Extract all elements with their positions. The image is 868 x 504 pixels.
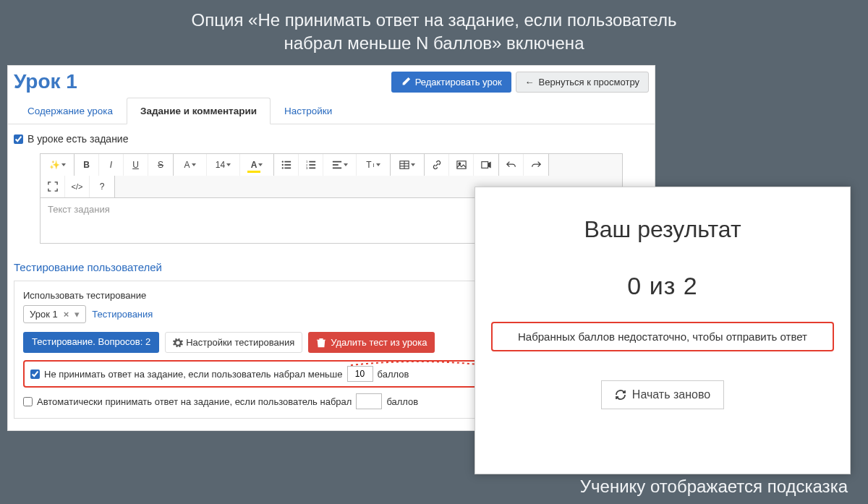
magic-icon: ✨	[49, 160, 60, 170]
svg-point-0	[281, 161, 283, 162]
link-icon	[432, 160, 442, 170]
list-ul-icon	[281, 160, 292, 170]
test-info-button[interactable]: Тестирование. Вопросов: 2	[23, 332, 159, 353]
strike-button[interactable]: S	[148, 154, 173, 176]
image-button[interactable]	[449, 154, 474, 176]
accept-checkbox[interactable]	[23, 397, 33, 406]
undo-button[interactable]	[499, 154, 524, 176]
list-ol-icon: 123	[306, 160, 316, 170]
video-icon	[481, 160, 491, 170]
back-button[interactable]: ← Вернуться к просмотру	[516, 72, 649, 93]
magic-tool[interactable]: ✨	[41, 154, 74, 176]
reject-checkbox[interactable]	[30, 370, 40, 379]
svg-text:3: 3	[306, 166, 308, 170]
accept-prefix: Автоматически принимать ответ на задание…	[37, 396, 352, 407]
edit-lesson-button[interactable]: Редактировать урок	[391, 72, 511, 93]
font-icon: A	[184, 160, 190, 170]
trash-icon	[316, 338, 326, 348]
has-task-checkbox-row[interactable]: В уроке есть задание	[14, 133, 649, 145]
undo-icon	[506, 160, 516, 170]
gear-icon	[173, 338, 183, 348]
svg-point-20	[459, 163, 461, 165]
bold-button[interactable]: B	[75, 154, 99, 176]
reject-value-input[interactable]	[347, 366, 373, 382]
annotation-top: Опция «Не принимать ответ на задание, ес…	[0, 9, 868, 56]
tests-link[interactable]: Тестирования	[92, 309, 153, 320]
italic-button[interactable]: I	[99, 154, 124, 176]
fullscreen-icon	[48, 181, 58, 192]
svg-rect-12	[332, 161, 341, 163]
result-score: 0 из 2	[491, 272, 834, 300]
redo-button[interactable]	[524, 154, 548, 176]
svg-rect-19	[456, 161, 465, 169]
result-warning: Набранных баллов недостаточно, чтобы отп…	[491, 322, 834, 351]
font-size-button[interactable]: 14	[207, 154, 240, 176]
list-ol-button[interactable]: 123	[299, 154, 323, 176]
svg-rect-1	[284, 161, 291, 163]
list-ul-button[interactable]	[274, 154, 299, 176]
refresh-icon	[615, 389, 626, 401]
svg-rect-11	[309, 168, 315, 169]
link-button[interactable]	[425, 154, 449, 176]
result-title: Ваш результат	[491, 216, 834, 243]
help-button[interactable]: ?	[90, 176, 114, 197]
reject-suffix: баллов	[378, 369, 409, 380]
video-button[interactable]	[474, 154, 498, 176]
chevron-down-icon: ▾	[75, 309, 80, 320]
tab-task[interactable]: Задание и комментарии	[127, 98, 271, 124]
redo-icon	[531, 160, 541, 170]
font-family-button[interactable]: A	[174, 154, 207, 176]
test-select[interactable]: Урок 1 × ▾	[23, 305, 86, 323]
has-task-checkbox[interactable]	[14, 134, 23, 144]
code-button[interactable]: </>	[65, 176, 90, 197]
svg-rect-13	[332, 164, 338, 166]
image-icon	[456, 160, 467, 170]
table-icon	[399, 160, 409, 170]
accept-suffix: баллов	[386, 396, 418, 407]
tab-content[interactable]: Содержание урока	[14, 98, 127, 124]
svg-point-4	[281, 167, 283, 168]
align-icon	[332, 160, 342, 170]
has-task-label: В уроке есть задание	[27, 133, 128, 145]
svg-rect-21	[482, 162, 488, 168]
annotation-bottom: Ученику отображается подсказка	[580, 477, 848, 497]
delete-test-button[interactable]: Удалить тест из урока	[308, 332, 435, 353]
font-color-button[interactable]: A	[240, 154, 273, 176]
accept-value-input[interactable]	[356, 393, 382, 409]
svg-rect-5	[284, 168, 291, 169]
tab-settings[interactable]: Настройки	[271, 98, 346, 124]
selected-test-name: Урок 1	[30, 309, 58, 320]
clear-test-icon[interactable]: ×	[64, 309, 69, 320]
lesson-title: Урок 1	[14, 70, 77, 93]
fullscreen-button[interactable]	[41, 176, 65, 197]
svg-rect-7	[309, 161, 315, 163]
table-button[interactable]	[391, 154, 424, 176]
tabs: Содержание урока Задание и комментарии Н…	[8, 98, 655, 124]
edit-icon	[401, 77, 411, 87]
reject-prefix: Не принимать ответ на задание, если поль…	[44, 369, 343, 380]
align-button[interactable]	[323, 154, 357, 176]
svg-rect-9	[309, 164, 315, 166]
result-panel: Ваш результат 0 из 2 Набранных баллов не…	[475, 187, 851, 474]
svg-point-2	[281, 164, 283, 166]
paragraph-button[interactable]: TI	[357, 154, 390, 176]
test-settings-button[interactable]: Настройки тестирования	[165, 332, 302, 353]
underline-button[interactable]: U	[124, 154, 148, 176]
restart-button[interactable]: Начать заново	[601, 380, 724, 409]
arrow-left-icon: ←	[525, 77, 535, 87]
svg-rect-14	[332, 168, 341, 169]
svg-rect-3	[284, 164, 291, 166]
